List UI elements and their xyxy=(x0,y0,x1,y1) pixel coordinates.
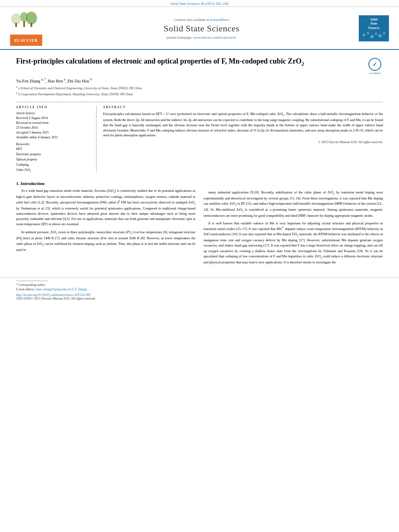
article-title: First-principles calculations of electro… xyxy=(16,56,367,68)
elsevier-label: ELSEVIER xyxy=(10,35,42,46)
section-number: 1. xyxy=(16,181,19,186)
svg-point-10 xyxy=(375,33,377,35)
journal-badge: SolidStateSciences xyxy=(359,15,391,41)
journal-title: Solid State Sciences xyxy=(52,23,351,34)
svg-point-1 xyxy=(11,13,21,25)
keywords-label: Keywords: xyxy=(16,142,90,146)
keyword-electronic: Electronic property xyxy=(16,152,90,157)
abstract-text: First-principles calculations based on D… xyxy=(103,111,383,138)
affiliations: a a School of Chemistry and Chemical Eng… xyxy=(16,85,383,97)
sciencedirect-link[interactable]: ScienceDirect xyxy=(210,18,229,22)
crossmark-icon: ✓ xyxy=(368,58,381,71)
solid-state-sciences-badge: SolidStateSciences xyxy=(359,15,389,41)
introduction-heading: 1. Introduction xyxy=(16,181,195,186)
authors-line: Yu-Fen Zhang a, *, Hao Ren a, Zhi-Tao Ho… xyxy=(16,78,383,83)
homepage-prefix: journal homepage: xyxy=(167,35,193,39)
keyword-dft: DFT xyxy=(16,147,90,152)
keyword-optical: Optical property xyxy=(16,157,90,162)
svg-point-9 xyxy=(370,35,374,38)
right-column-text: many industrial applications [9,10]. Rec… xyxy=(204,190,383,265)
history-label: Article history: xyxy=(16,111,90,115)
affiliation-a: a a School of Chemistry and Chemical Eng… xyxy=(16,85,383,91)
crossmark-label: CrossMark xyxy=(369,72,381,74)
svg-rect-4 xyxy=(15,23,17,27)
svg-point-3 xyxy=(26,12,37,25)
svg-rect-5 xyxy=(23,21,25,27)
sciencedirect-line: Contents lists available at ScienceDirec… xyxy=(52,18,351,22)
abstract-section: ABSTRACT First-principles calculations b… xyxy=(97,105,383,173)
article-info-heading: ARTICLE INFO xyxy=(16,105,90,109)
abstract-heading: ABSTRACT xyxy=(103,105,383,109)
article-content: First-principles calculations of electro… xyxy=(0,50,399,275)
homepage-link[interactable]: www.elsevier.com/locate/ssscie xyxy=(193,35,237,39)
sciencedirect-prefix: Contents lists available at xyxy=(174,18,210,22)
article-title-section: First-principles calculations of electro… xyxy=(16,56,383,74)
keywords-section: Keywords: DFT Electronic property Optica… xyxy=(16,142,90,173)
email-label: E-mail address: xyxy=(16,288,35,291)
left-column: 1. Introduction As a wide band gap trans… xyxy=(16,179,195,267)
elsevier-logo-section: ELSEVIER xyxy=(8,11,44,46)
journal-header-center: Contents lists available at ScienceDirec… xyxy=(44,18,359,39)
issn-line: 1293-2558/© 2015 Elsevier Masson SAS. Al… xyxy=(16,297,383,300)
received-date: Received 2 August 2014 xyxy=(16,116,90,121)
badge-pattern-icon xyxy=(362,31,386,39)
revised-date: Received in revised form25 October 2014 xyxy=(16,121,90,130)
journal-reference-bar: Solid State Sciences 40 (2015) 101–104 xyxy=(0,0,399,7)
doi-line[interactable]: http://dx.doi.org/10.1016/j.solidstatesc… xyxy=(16,293,383,297)
info-abstract-section: ARTICLE INFO Article history: Received 2… xyxy=(16,102,383,173)
right-column: many industrial applications [9,10]. Rec… xyxy=(204,179,383,267)
svg-point-8 xyxy=(367,32,369,34)
email-address[interactable]: chun_zhangyf1@ujn.edu.cn (Y.-F. Zhang). xyxy=(36,288,87,291)
footer: * Corresponding author. E-mail address: … xyxy=(0,277,399,302)
available-online-date: Available online 6 January 2015 xyxy=(16,135,90,140)
journal-reference-text: Solid State Sciences 40 (2015) 101–104 xyxy=(171,2,228,6)
footnote-divider xyxy=(16,281,48,281)
journal-header: ELSEVIER Contents lists available at Sci… xyxy=(0,7,399,50)
section-title-text: Introduction xyxy=(21,181,45,186)
keyword-codoping: Codoping xyxy=(16,162,90,168)
svg-point-11 xyxy=(378,34,382,37)
accepted-date: Accepted 5 January 2015 xyxy=(16,130,90,135)
svg-point-12 xyxy=(383,32,385,35)
right-para-1: many industrial applications [9,10]. Rec… xyxy=(204,190,383,218)
article-info: ARTICLE INFO Article history: Received 2… xyxy=(16,105,97,173)
right-para-2: It is well known that variable valence o… xyxy=(204,221,383,265)
body-columns: 1. Introduction As a wide band gap trans… xyxy=(16,179,383,267)
copyright-line: © 2015 Elsevier Masson SAS. All rights r… xyxy=(103,140,383,144)
corresponding-note: * Corresponding author. E-mail address: … xyxy=(16,283,383,292)
intro-para-1: As a wide band gap transition metal oxid… xyxy=(16,188,195,227)
journal-homepage: journal homepage: www.elsevier.com/locat… xyxy=(52,35,351,39)
keyword-cubic: Cubic ZrO2 xyxy=(16,168,90,173)
elsevier-tree-icon xyxy=(8,11,44,33)
intro-para-2: At ambient pressure, ZrO2 exists in thre… xyxy=(16,230,195,253)
svg-point-7 xyxy=(363,34,365,36)
crossmark-badge[interactable]: ✓ CrossMark xyxy=(367,58,383,74)
svg-rect-6 xyxy=(31,23,32,27)
affiliation-b: b b Cooperation Development Department, … xyxy=(16,91,383,97)
introduction-text: As a wide band gap transition metal oxid… xyxy=(16,188,195,253)
